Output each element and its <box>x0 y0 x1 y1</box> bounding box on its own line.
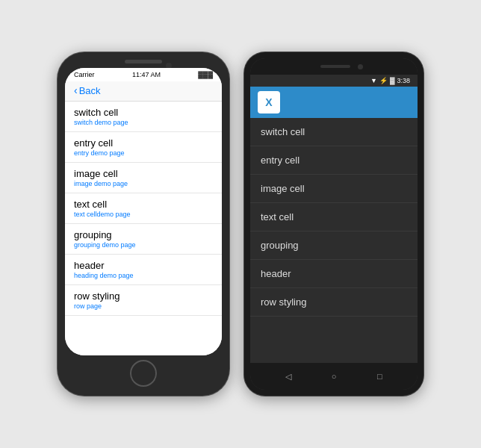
item-title: grouping <box>261 240 299 251</box>
item-title: text cell <box>261 211 294 223</box>
item-title: entry cell <box>261 155 300 166</box>
list-item[interactable]: text cell <box>250 203 418 231</box>
item-title: switch cell <box>261 126 305 137</box>
item-title: row styling <box>261 296 306 308</box>
item-title: row styling <box>74 290 213 302</box>
android-app-icon: X <box>258 91 280 113</box>
list-item[interactable]: grouping <box>250 231 418 260</box>
recents-icon: □ <box>377 372 382 381</box>
iphone-device: Carrier 11:47 AM ▓▓▓ ‹ Back switch cell … <box>58 52 229 396</box>
back-icon: ◁ <box>285 372 291 382</box>
list-item[interactable]: row styling <box>250 288 418 317</box>
iphone-carrier: Carrier <box>74 71 95 78</box>
back-label: Back <box>79 85 101 96</box>
android-status-bar: ▼ ⚡ ▓ 3:38 <box>250 75 418 87</box>
iphone-screen: Carrier 11:47 AM ▓▓▓ ‹ Back switch cell … <box>65 68 222 355</box>
item-title: text cell <box>74 199 213 210</box>
list-item[interactable]: switch cell switch demo page <box>65 102 222 132</box>
android-camera-area <box>250 58 418 75</box>
list-item[interactable]: image cell image demo page <box>65 163 222 193</box>
list-item[interactable]: header <box>250 260 418 288</box>
signal-icon: ▓ <box>390 77 395 84</box>
devices-container: Carrier 11:47 AM ▓▓▓ ‹ Back switch cell … <box>43 37 438 411</box>
android-recents-button[interactable]: □ <box>373 370 386 383</box>
item-title: entry cell <box>74 137 213 149</box>
android-time: 3:38 <box>397 77 410 84</box>
android-speaker <box>320 65 350 68</box>
home-icon: ○ <box>332 372 337 381</box>
item-subtitle: grouping demo page <box>74 241 213 249</box>
list-item[interactable]: row styling row page <box>65 285 222 316</box>
list-item[interactable]: entry cell entry demo page <box>65 132 222 163</box>
android-camera <box>358 64 363 69</box>
iphone-status-bar: Carrier 11:47 AM ▓▓▓ <box>65 68 222 81</box>
app-icon-label: X <box>265 96 272 108</box>
item-subtitle: heading demo page <box>74 272 213 279</box>
iphone-home-button[interactable] <box>130 360 157 387</box>
iphone-nav-bar: ‹ Back <box>65 81 222 102</box>
chevron-left-icon: ‹ <box>74 84 78 96</box>
list-item[interactable]: header heading demo page <box>65 255 222 285</box>
item-subtitle: image demo page <box>74 180 213 187</box>
android-list: switch cell entry cell image cell text c… <box>250 118 418 363</box>
iphone-battery-icon: ▓▓▓ <box>198 71 213 78</box>
item-subtitle: text celldemo page <box>74 211 213 218</box>
item-subtitle: row page <box>74 302 213 310</box>
wifi-icon: ▼ <box>370 77 377 84</box>
list-item[interactable]: switch cell <box>250 118 418 146</box>
item-subtitle: entry demo page <box>74 149 213 157</box>
item-subtitle: switch demo page <box>74 119 213 126</box>
item-title: switch cell <box>74 107 213 118</box>
iphone-time: 11:47 AM <box>132 71 161 78</box>
item-title: header <box>261 268 291 279</box>
android-back-button[interactable]: ◁ <box>282 370 295 383</box>
list-item[interactable]: image cell <box>250 175 418 203</box>
android-status-icons: ▼ ⚡ ▓ 3:38 <box>370 77 410 84</box>
item-title: grouping <box>74 229 213 240</box>
battery-icon: ⚡ <box>379 77 388 84</box>
android-device: ▼ ⚡ ▓ 3:38 X switch cell entry cell <box>244 52 423 396</box>
item-title: image cell <box>74 168 213 179</box>
android-header: X <box>250 87 418 118</box>
android-screen: ▼ ⚡ ▓ 3:38 X switch cell entry cell <box>250 58 418 390</box>
iphone-speaker <box>125 60 162 63</box>
item-title: image cell <box>261 183 305 194</box>
item-title: header <box>74 260 213 271</box>
list-item[interactable]: grouping grouping demo page <box>65 224 222 255</box>
iphone-back-button[interactable]: ‹ Back <box>74 84 101 96</box>
list-item[interactable]: text cell text celldemo page <box>65 193 222 224</box>
android-home-button[interactable]: ○ <box>327 370 341 383</box>
android-nav-bar: ◁ ○ □ <box>250 363 418 390</box>
iphone-list: switch cell switch demo page entry cell … <box>65 102 222 355</box>
list-item[interactable]: entry cell <box>250 146 418 175</box>
